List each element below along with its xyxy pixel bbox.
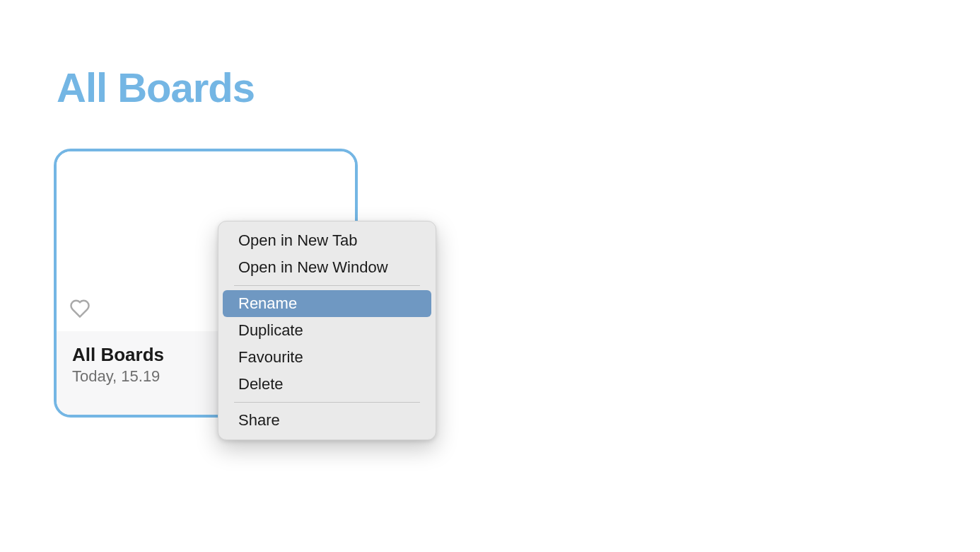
page-title: All Boards [57, 64, 255, 111]
menu-item-delete[interactable]: Delete [223, 371, 431, 398]
menu-item-open-new-tab[interactable]: Open in New Tab [223, 227, 431, 254]
menu-item-open-new-window[interactable]: Open in New Window [223, 254, 431, 281]
menu-separator [234, 402, 420, 403]
context-menu: Open in New Tab Open in New Window Renam… [218, 221, 436, 440]
heart-icon[interactable] [69, 299, 91, 321]
menu-item-share[interactable]: Share [223, 407, 431, 434]
menu-item-duplicate[interactable]: Duplicate [223, 317, 431, 344]
menu-separator [234, 285, 420, 286]
menu-item-favourite[interactable]: Favourite [223, 344, 431, 371]
menu-item-rename[interactable]: Rename [223, 290, 431, 317]
